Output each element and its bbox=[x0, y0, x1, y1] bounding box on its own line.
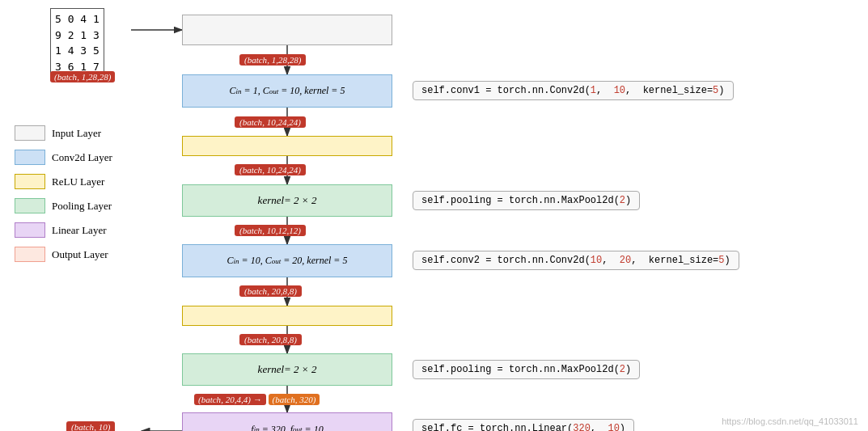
li-linear-lbl: Linear Layer bbox=[52, 224, 106, 237]
code-conv1-box: self.conv1 = torch.nn.Conv2d(1, 10, kern… bbox=[413, 81, 734, 100]
input-net-block bbox=[182, 15, 392, 45]
li-pooling-lbl: Pooling Layer bbox=[52, 200, 112, 213]
d1-badge: (batch, 10,24,24) bbox=[235, 116, 306, 128]
li-input: Input Layer bbox=[15, 125, 112, 141]
matrix-display: 5 0 4 19 2 1 31 4 3 53 6 1 7 bbox=[50, 8, 104, 78]
d6b-badge: (batch, 320) bbox=[269, 394, 320, 405]
legend-section: Input Layer Conv2d Layer ReLU Layer Pool… bbox=[15, 125, 112, 262]
pool1-net-block: kernel = 2 × 2 bbox=[182, 184, 392, 217]
d3-badge: (batch, 10,12,12) bbox=[235, 225, 306, 236]
d5-badge: (batch, 20,8,8) bbox=[239, 334, 302, 345]
code-conv2-box: self.conv2 = torch.nn.Conv2d(10, 20, ker… bbox=[413, 251, 739, 270]
d6-badge-row: (batch, 20,4,4) → (batch, 320) bbox=[194, 394, 320, 405]
pool2-net-block: kernel = 2 × 2 bbox=[182, 353, 392, 386]
d4-badge: (batch, 20,8,8) bbox=[239, 285, 302, 297]
conv2-net-block: Cin = 10, Cout = 20, kernel = 5 bbox=[182, 244, 392, 277]
li-conv2d: Conv2d Layer bbox=[15, 150, 112, 165]
li-output: Output Layer bbox=[15, 247, 112, 262]
d2-badge: (batch, 10,24,24) bbox=[235, 164, 306, 175]
li-output-lbl: Output Layer bbox=[52, 248, 108, 261]
batch-dim-left: (batch, 1,28,28) bbox=[50, 71, 115, 82]
code-pool1-box: self.pooling = torch.nn.MaxPool2d(2) bbox=[413, 191, 640, 210]
code-linear-box: self.fc = torch.nn.Linear(320, 10) bbox=[413, 419, 634, 431]
conv1-net-block: Cin = 1, Cout = 10, kernel = 5 bbox=[182, 74, 392, 108]
li-conv2d-lbl: Conv2d Layer bbox=[52, 151, 112, 164]
li-relu: ReLU Layer bbox=[15, 174, 112, 189]
linear-net-block: fin = 320, fout = 10 bbox=[182, 412, 392, 431]
relu2-net-block bbox=[182, 306, 392, 326]
li-linear: Linear Layer bbox=[15, 222, 112, 238]
li-pooling: Pooling Layer bbox=[15, 198, 112, 213]
code-pool2-box: self.pooling = torch.nn.MaxPool2d(2) bbox=[413, 360, 640, 379]
relu1-net-block bbox=[182, 136, 392, 156]
d6a-badge: (batch, 20,4,4) → bbox=[194, 394, 266, 405]
d0-badge: (batch, 1,28,28) bbox=[239, 54, 306, 65]
li-input-lbl: Input Layer bbox=[52, 127, 101, 140]
output-dim-badge: (batch, 10) bbox=[66, 421, 115, 431]
li-relu-lbl: ReLU Layer bbox=[52, 175, 104, 188]
watermark-text: https://blog.csdn.net/qq_41033011 bbox=[722, 416, 858, 426]
